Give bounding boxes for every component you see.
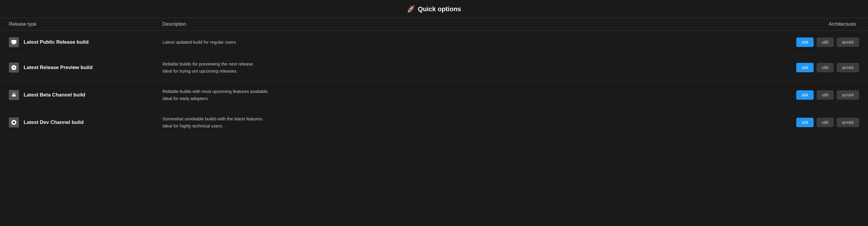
beta-x86-button[interactable]: x86: [816, 90, 834, 100]
public-release-arch-buttons: x64 x86 arm64: [765, 37, 859, 47]
preview-release-description: Reliable builds for previewing the next …: [162, 61, 765, 75]
table-header-row: Release type Description Architectures: [0, 18, 868, 31]
beta-x64-button[interactable]: x64: [796, 90, 814, 100]
rocket-icon: 🚀: [407, 5, 415, 13]
col-header-architectures: Architectures: [765, 22, 859, 27]
preview-release-icon: [9, 63, 19, 72]
preview-x86-button[interactable]: x86: [816, 63, 834, 72]
table-row-latest-dev: Latest Dev Channel build Somewhat unreli…: [0, 109, 868, 136]
beta-release-arch-buttons: x64 x86 arm64: [765, 90, 859, 100]
table-row-latest-preview: Latest Release Preview build Reliable bu…: [0, 54, 868, 82]
svg-point-5: [13, 120, 14, 121]
svg-rect-1: [12, 44, 16, 44]
dev-release-icon: [9, 118, 19, 127]
preview-release-name: Latest Release Preview build: [24, 65, 92, 70]
quick-options-table: Release type Description Architectures L…: [0, 18, 868, 136]
release-type-cell: Latest Public Release build: [9, 37, 162, 47]
public-release-name: Latest Public Release build: [24, 39, 89, 45]
preview-release-arch-buttons: x64 x86 arm64: [765, 63, 859, 72]
dev-release-description: Somewhat unreliable builds with the late…: [162, 116, 765, 130]
public-arm64-button[interactable]: arm64: [837, 37, 859, 47]
public-x64-button[interactable]: x64: [796, 37, 814, 47]
release-type-cell-preview: Latest Release Preview build: [9, 63, 162, 72]
beta-release-description: Reliable builds with most upcoming featu…: [162, 88, 765, 102]
svg-rect-0: [11, 40, 17, 44]
page-title: Quick options: [418, 5, 461, 13]
release-type-cell-dev: Latest Dev Channel build: [9, 118, 162, 127]
svg-point-4: [13, 122, 15, 124]
release-type-cell-beta: Latest Beta Channel build: [9, 90, 162, 100]
table-row-latest-public: Latest Public Release build Latest updat…: [0, 31, 868, 54]
dev-release-arch-buttons: x64 x86 arm64: [765, 118, 859, 127]
beta-release-icon: [9, 90, 19, 100]
dev-release-name: Latest Dev Channel build: [24, 120, 84, 125]
dev-arm64-button[interactable]: arm64: [837, 118, 859, 127]
public-release-icon: [9, 37, 19, 47]
public-x86-button[interactable]: x86: [816, 37, 834, 47]
svg-rect-2: [13, 43, 15, 44]
beta-arm64-button[interactable]: arm64: [837, 90, 859, 100]
dev-x64-button[interactable]: x64: [796, 118, 814, 127]
preview-arm64-button[interactable]: arm64: [837, 63, 859, 72]
table-row-latest-beta: Latest Beta Channel build Reliable build…: [0, 82, 868, 109]
public-release-description: Latest updated build for regular users.: [162, 39, 765, 46]
dev-x86-button[interactable]: x86: [816, 118, 834, 127]
page-header: 🚀 Quick options: [0, 0, 868, 18]
col-header-release-type: Release type: [9, 22, 162, 27]
col-header-description: Description: [162, 22, 765, 27]
preview-x64-button[interactable]: x64: [796, 63, 814, 72]
beta-release-name: Latest Beta Channel build: [24, 92, 85, 98]
